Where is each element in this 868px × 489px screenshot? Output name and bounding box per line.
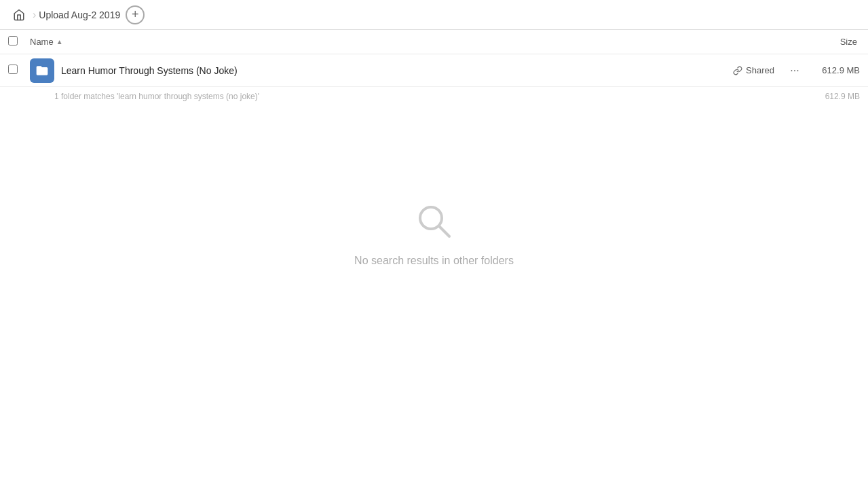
add-button[interactable]: + bbox=[126, 5, 145, 24]
select-all-checkbox[interactable] bbox=[8, 36, 30, 48]
file-size: 612.9 MB bbox=[812, 65, 860, 75]
folder-icon bbox=[30, 58, 54, 83]
column-headers: Name ▲ Size bbox=[0, 30, 868, 54]
shared-badge: Shared bbox=[733, 65, 774, 75]
shared-label: Shared bbox=[746, 65, 774, 75]
row-checkbox[interactable] bbox=[8, 65, 30, 76]
match-info-text: 1 folder matches 'learn humor through sy… bbox=[54, 92, 812, 101]
sort-arrow-icon: ▲ bbox=[56, 38, 63, 46]
file-name: Learn Humor Through Systems (No Joke) bbox=[61, 65, 733, 76]
name-column-header[interactable]: Name ▲ bbox=[30, 37, 840, 47]
home-button[interactable] bbox=[8, 4, 30, 26]
top-navigation: › Upload Aug-2 2019 + bbox=[0, 0, 868, 30]
row-checkbox-input[interactable] bbox=[8, 65, 18, 74]
breadcrumb: Upload Aug-2 2019 bbox=[39, 10, 120, 20]
empty-state: No search results in other folders bbox=[0, 147, 868, 308]
more-dots-icon: ··· bbox=[790, 65, 799, 77]
empty-search-icon bbox=[414, 201, 455, 244]
empty-state-message: No search results in other folders bbox=[354, 255, 514, 267]
svg-line-2 bbox=[439, 226, 449, 236]
size-column-header: Size bbox=[840, 37, 860, 47]
match-info-size: 612.9 MB bbox=[812, 92, 860, 101]
table-row[interactable]: Learn Humor Through Systems (No Joke) Sh… bbox=[0, 54, 868, 87]
match-info-row: 1 folder matches 'learn humor through sy… bbox=[0, 87, 868, 106]
link-icon bbox=[733, 66, 742, 75]
more-options-button[interactable]: ··· bbox=[785, 61, 804, 80]
breadcrumb-item[interactable]: Upload Aug-2 2019 bbox=[39, 10, 120, 20]
breadcrumb-separator: › bbox=[33, 9, 36, 21]
select-all-input[interactable] bbox=[8, 36, 18, 46]
file-list: Learn Humor Through Systems (No Joke) Sh… bbox=[0, 54, 868, 106]
